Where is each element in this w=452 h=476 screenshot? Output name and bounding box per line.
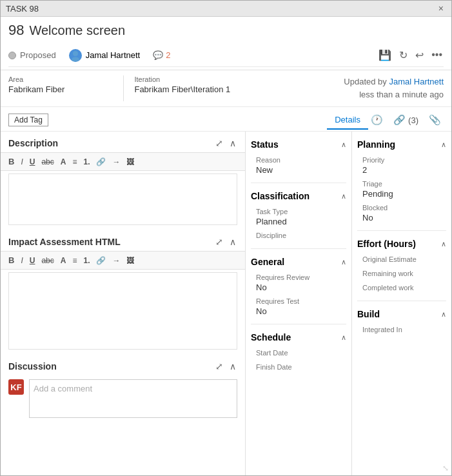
task-type-value[interactable]: Planned bbox=[256, 217, 341, 226]
strikethrough-btn[interactable]: abc bbox=[39, 155, 56, 168]
undo-icon[interactable]: ↩ bbox=[414, 48, 425, 63]
updated-by-user[interactable]: Jamal Hartnett bbox=[389, 77, 444, 86]
impact-editor[interactable] bbox=[8, 272, 237, 350]
ul-btn[interactable]: ≡ bbox=[70, 155, 79, 168]
indent-btn[interactable]: → bbox=[110, 155, 123, 168]
comment-icon: 💬 bbox=[153, 50, 163, 60]
meta-bar: Proposed Jamal Hartnett 💬 2 💾 ↻ ↩ ••• bbox=[8, 44, 444, 67]
iteration-label: Iteration bbox=[134, 75, 239, 83]
status-badge[interactable]: Proposed bbox=[8, 50, 56, 60]
build-header: Build ∧ bbox=[357, 306, 446, 323]
comment-badge[interactable]: 💬 2 bbox=[153, 50, 170, 60]
impact-underline-btn[interactable]: U bbox=[27, 254, 38, 266]
history-icon[interactable]: 🕐 bbox=[368, 112, 386, 128]
completed-work-field: Completed work bbox=[357, 281, 446, 295]
more-icon[interactable]: ••• bbox=[430, 48, 444, 63]
requires-test-value[interactable]: No bbox=[256, 306, 341, 316]
reason-value[interactable]: New bbox=[256, 165, 341, 175]
schedule-collapse[interactable]: ∧ bbox=[341, 333, 346, 342]
description-toolbar: B I U abc A ≡ 1. 🔗 → 🖼 bbox=[1, 152, 245, 171]
classification-header: Classification ∧ bbox=[251, 188, 346, 205]
planning-collapse[interactable]: ∧ bbox=[441, 141, 446, 149]
discussion-collapse-icon[interactable]: ∧ bbox=[228, 360, 237, 373]
impact-image-btn[interactable]: 🖼 bbox=[124, 254, 137, 266]
task-title-row: 98 Welcome screen bbox=[8, 22, 444, 39]
assignee-name[interactable]: Jamal Hartnett bbox=[86, 50, 141, 60]
impact-strike-btn[interactable]: abc bbox=[39, 254, 56, 266]
refresh-icon[interactable]: ↻ bbox=[398, 48, 409, 63]
impact-highlight-btn[interactable]: A bbox=[58, 254, 69, 266]
blocked-value[interactable]: No bbox=[362, 213, 441, 223]
impact-bold-btn[interactable]: B bbox=[6, 254, 17, 266]
image-btn[interactable]: 🖼 bbox=[124, 155, 137, 168]
attachment-icon[interactable]: 📎 bbox=[426, 112, 444, 128]
effort-collapse[interactable]: ∧ bbox=[441, 240, 446, 248]
description-collapse-icon[interactable]: ∧ bbox=[228, 137, 237, 150]
integrated-in-label: Integrated In bbox=[362, 326, 441, 333]
status-section: Status ∧ Reason New bbox=[251, 137, 346, 177]
classification-title: Classification bbox=[251, 191, 310, 201]
task-name: Welcome screen bbox=[29, 23, 125, 38]
description-section: Description ⤢ ∧ B I U abc A ≡ 1. 🔗 → 🖼 bbox=[1, 132, 245, 225]
iteration-value[interactable]: Fabrikam Fiber\Iteration 1 bbox=[134, 84, 239, 94]
bold-btn[interactable]: B bbox=[6, 155, 17, 168]
middle-panel: Status ∧ Reason New Classification ∧ Tas… bbox=[246, 132, 352, 476]
impact-ul-btn[interactable]: ≡ bbox=[70, 254, 79, 266]
area-value[interactable]: Fabrikam Fiber bbox=[8, 84, 113, 94]
original-estimate-field: Original Estimate bbox=[357, 253, 446, 267]
start-date-label: Start Date bbox=[256, 349, 341, 357]
triage-label: Triage bbox=[362, 180, 441, 188]
tags-row: Add Tag Details 🕐 🔗 (3) 📎 bbox=[1, 107, 451, 132]
comment-input[interactable]: Add a comment bbox=[29, 379, 237, 418]
field-divider bbox=[123, 75, 124, 101]
discipline-label: Discipline bbox=[256, 232, 341, 239]
priority-value[interactable]: 2 bbox=[362, 165, 441, 175]
discussion-header[interactable]: Discussion ⤢ ∧ bbox=[1, 355, 245, 375]
impact-collapse-icon[interactable]: ∧ bbox=[228, 235, 237, 248]
requires-test-field: Requires Test No bbox=[251, 295, 346, 319]
requires-test-label: Requires Test bbox=[256, 297, 341, 305]
resize-handle[interactable]: ⤡ bbox=[442, 464, 449, 473]
fields-row: Area Fabrikam Fiber Iteration Fabrikam F… bbox=[1, 70, 451, 107]
discussion-expand-icon[interactable]: ⤢ bbox=[214, 360, 224, 373]
remaining-work-label: Remaining work bbox=[362, 270, 441, 277]
impact-header[interactable]: Impact Assessment HTML ⤢ ∧ bbox=[1, 230, 245, 251]
general-collapse[interactable]: ∧ bbox=[341, 258, 346, 266]
italic-btn[interactable]: I bbox=[18, 155, 25, 168]
links-icon[interactable]: 🔗 (3) bbox=[391, 112, 421, 128]
divider-1 bbox=[251, 183, 346, 183]
add-tag-button[interactable]: Add Tag bbox=[8, 114, 48, 126]
status-collapse[interactable]: ∧ bbox=[341, 141, 346, 149]
divider-2 bbox=[251, 248, 346, 249]
impact-expand-icon[interactable]: ⤢ bbox=[214, 235, 224, 248]
ol-btn[interactable]: 1. bbox=[81, 155, 92, 168]
underline-btn[interactable]: U bbox=[27, 155, 38, 168]
discussion-title: Discussion bbox=[8, 361, 57, 372]
description-header[interactable]: Description ⤢ ∧ bbox=[1, 132, 245, 152]
blocked-field: Blocked No bbox=[357, 201, 446, 225]
requires-review-value[interactable]: No bbox=[256, 283, 341, 292]
link-btn[interactable]: 🔗 bbox=[93, 155, 108, 168]
highlight-btn[interactable]: A bbox=[58, 155, 69, 168]
description-expand-icon[interactable]: ⤢ bbox=[214, 137, 224, 150]
impact-ol-btn[interactable]: 1. bbox=[81, 254, 92, 266]
triage-value[interactable]: Pending bbox=[362, 189, 441, 199]
impact-italic-btn[interactable]: I bbox=[18, 254, 25, 266]
history-count: (3) bbox=[408, 115, 418, 125]
discussion-section: Discussion ⤢ ∧ KF Add a comment bbox=[1, 355, 245, 422]
close-button[interactable]: × bbox=[436, 3, 446, 14]
impact-toolbar: B I U abc A ≡ 1. 🔗 → 🖼 bbox=[1, 251, 245, 270]
save-icon[interactable]: 💾 bbox=[377, 48, 393, 63]
description-editor[interactable] bbox=[8, 174, 237, 225]
build-title: Build bbox=[357, 309, 380, 319]
effort-title: Effort (Hours) bbox=[357, 239, 416, 249]
build-collapse[interactable]: ∧ bbox=[441, 310, 446, 319]
svg-point-0 bbox=[73, 51, 78, 56]
classification-collapse[interactable]: ∧ bbox=[341, 192, 346, 201]
impact-link-btn[interactable]: 🔗 bbox=[93, 254, 108, 266]
build-section: Build ∧ Integrated In bbox=[357, 306, 446, 337]
tabs-bar: Details 🕐 🔗 (3) 📎 bbox=[327, 111, 444, 128]
tab-details[interactable]: Details bbox=[327, 111, 368, 130]
impact-indent-btn[interactable]: → bbox=[110, 254, 123, 266]
blocked-label: Blocked bbox=[362, 204, 441, 212]
